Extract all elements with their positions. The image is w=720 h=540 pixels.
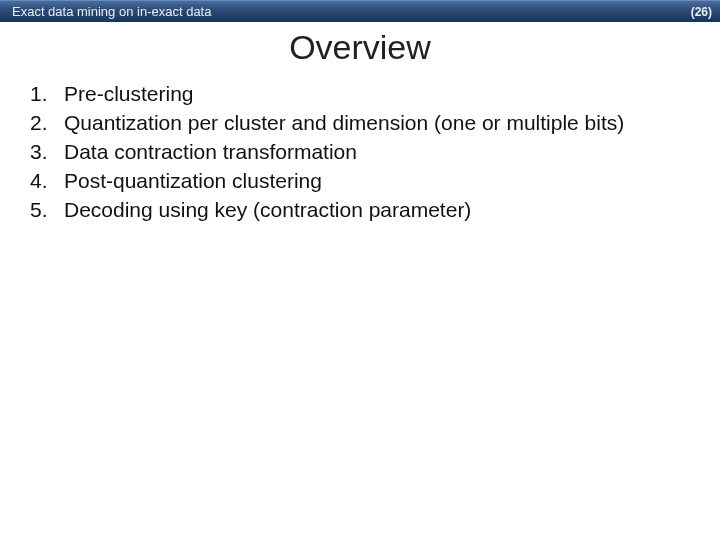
- header-title: Exact data mining on in-exact data: [12, 4, 211, 19]
- steps-list: Pre-clustering Quantization per cluster …: [30, 81, 696, 223]
- list-item: Post-quantization clustering: [30, 168, 696, 195]
- list-item-text: Data contraction transformation: [64, 139, 696, 166]
- list-item: Quantization per cluster and dimension (…: [30, 110, 696, 137]
- slide: Exact data mining on in-exact data (26) …: [0, 0, 720, 540]
- list-item-text: Decoding using key (contraction paramete…: [64, 197, 696, 224]
- page-number-badge: (26): [691, 5, 712, 19]
- header-bar: Exact data mining on in-exact data (26): [0, 0, 720, 22]
- list-item: Decoding using key (contraction paramete…: [30, 197, 696, 224]
- list-item-text: Quantization per cluster and dimension (…: [64, 110, 696, 137]
- list-item-text: Pre-clustering: [64, 81, 696, 108]
- steps-list-container: Pre-clustering Quantization per cluster …: [0, 81, 720, 223]
- slide-title: Overview: [0, 28, 720, 67]
- list-item-text: Post-quantization clustering: [64, 168, 696, 195]
- list-item: Pre-clustering: [30, 81, 696, 108]
- list-item: Data contraction transformation: [30, 139, 696, 166]
